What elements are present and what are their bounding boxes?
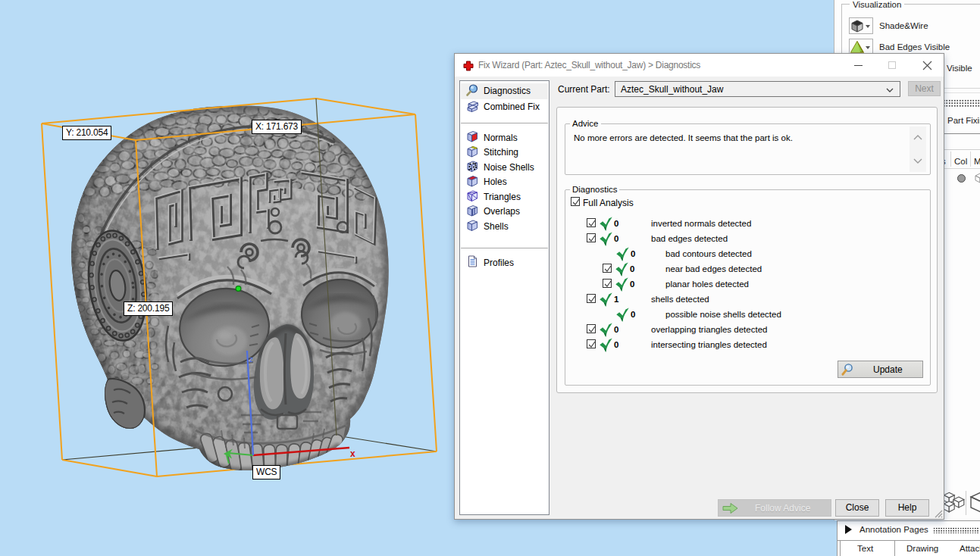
svg-text:z: z [249, 355, 253, 364]
svg-text:x: x [350, 448, 355, 459]
